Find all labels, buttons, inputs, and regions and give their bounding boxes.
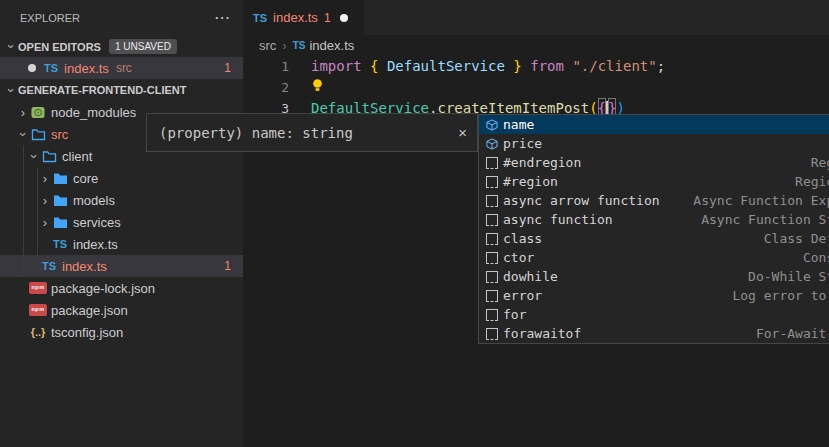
suggest-item-name[interactable]: name: [479, 115, 829, 134]
folder-open-icon: [30, 128, 46, 141]
tab-index-ts[interactable]: TS index.ts 1: [243, 0, 364, 35]
tree-item-label: package.json: [51, 303, 128, 318]
tree-item-label: index.ts: [62, 259, 107, 274]
suggest-item--endregion[interactable]: #endregionRegion End: [479, 153, 829, 172]
suggest-widget: nameprice#endregionRegion End#regionRegi…: [478, 114, 829, 344]
more-actions-icon[interactable]: ⋯: [214, 8, 231, 27]
open-editor-path: src: [116, 61, 132, 75]
snippet-icon: [483, 309, 500, 321]
suggest-label: for: [503, 307, 526, 322]
tree-item-label: src: [51, 127, 68, 142]
vscode-window: EXPLORER ⋯ › OPEN EDITORS 1 UNSAVED TS i…: [0, 0, 829, 447]
typescript-icon: TS: [41, 260, 57, 272]
open-editor-item-index-ts[interactable]: TS index.ts src 1: [0, 57, 243, 79]
hover-tooltip: (property) name: string ×: [146, 113, 478, 152]
tree-item-label: services: [73, 215, 121, 230]
suggest-detail: Async Function Expression: [693, 193, 829, 208]
tree-item-label: package-lock.json: [51, 281, 155, 296]
suggest-label: dowhile: [503, 269, 558, 284]
suggest-label: async arrow function: [503, 193, 660, 208]
snippet-icon: [483, 271, 500, 283]
suggest-item-dowhile[interactable]: dowhileDo-While Statement: [479, 267, 829, 286]
tree-item-index-ts[interactable]: ›TSindex.ts1: [0, 255, 243, 277]
modified-dot-icon[interactable]: [28, 64, 36, 72]
json-braces-icon: {..}: [30, 326, 46, 338]
suggest-item-forawaitof[interactable]: forawaitofFor-Await-Of Loop: [479, 324, 829, 343]
suggest-item--region[interactable]: #regionRegion Start: [479, 172, 829, 191]
sidebar-header: EXPLORER ⋯: [0, 0, 243, 35]
tree-item-label: tsconfig.json: [51, 325, 123, 340]
breadcrumb-file[interactable]: index.ts: [309, 38, 354, 53]
snippet-icon: [483, 214, 500, 226]
chevron-right-icon: ›: [38, 172, 52, 185]
suggest-item-for[interactable]: for: [479, 305, 829, 324]
snippet-icon: [483, 195, 500, 207]
suggest-label: ctor: [503, 250, 534, 265]
lightbulb-icon: [311, 77, 324, 98]
breadcrumb-folder[interactable]: src: [259, 38, 276, 53]
close-icon[interactable]: ×: [458, 124, 467, 141]
suggest-detail: Do-While Statement: [748, 269, 829, 284]
typescript-icon: TS: [253, 12, 267, 24]
open-editors-label: OPEN EDITORS: [18, 41, 101, 53]
snippet-icon: [483, 157, 500, 169]
chevron-down-icon: ›: [28, 149, 41, 163]
folder-icon: [52, 172, 68, 185]
npm-icon: npm: [30, 282, 46, 294]
field-icon: [483, 137, 500, 151]
problems-badge: 1: [224, 259, 231, 273]
snippet-icon: [483, 328, 500, 340]
suggest-label: name: [503, 117, 534, 132]
code-line-2[interactable]: 2: [243, 77, 829, 98]
editor-tab-bar: TS index.ts 1: [243, 0, 829, 35]
suggest-item-class[interactable]: classClass Definition: [479, 229, 829, 248]
chevron-down-icon: ›: [17, 127, 30, 141]
suggest-label: error: [503, 288, 542, 303]
open-editors-section-header[interactable]: › OPEN EDITORS 1 UNSAVED: [0, 36, 243, 57]
unsaved-dot-icon[interactable]: [340, 14, 348, 22]
workspace-section-header[interactable]: › GENERATE-FRONTEND-CLIENT: [0, 79, 243, 101]
tree-item-label: index.ts: [73, 237, 118, 252]
folder-open-icon: [41, 150, 57, 163]
suggest-detail: Region Start: [795, 174, 829, 189]
suggest-detail: Async Function Statement: [701, 212, 829, 227]
folder-icon: [52, 194, 68, 207]
suggest-item-async-arrow-function[interactable]: async arrow functionAsync Function Expre…: [479, 191, 829, 210]
workspace-label: GENERATE-FRONTEND-CLIENT: [18, 84, 186, 96]
folder-icon: [52, 216, 68, 229]
line-number: 1: [243, 56, 289, 77]
suggest-label: price: [503, 136, 542, 151]
code-line-1[interactable]: 1import { DefaultService } from "./clien…: [243, 56, 829, 77]
suggest-item-async-function[interactable]: async functionAsync Function Statement: [479, 210, 829, 229]
breadcrumb-separator-icon: ›: [282, 38, 286, 53]
suggest-label: #endregion: [503, 155, 581, 170]
suggest-item-ctor[interactable]: ctorConstructor: [479, 248, 829, 267]
suggest-item-error[interactable]: errorLog error to console: [479, 286, 829, 305]
tree-item-label: client: [62, 149, 92, 164]
snippet-icon: [483, 233, 500, 245]
tree-item-package-json[interactable]: ›npmpackage.json: [0, 299, 243, 321]
suggest-detail: Log error to console: [732, 288, 829, 303]
chevron-right-icon: ›: [38, 216, 52, 229]
tree-item-label: models: [73, 193, 115, 208]
snippet-icon: [483, 252, 500, 264]
tree-item-package-lock-json[interactable]: ›npmpackage-lock.json: [0, 277, 243, 299]
chevron-down-icon: ›: [5, 83, 18, 97]
tab-problems-badge: 1: [324, 11, 331, 25]
suggest-item-price[interactable]: price: [479, 134, 829, 153]
tree-item-tsconfig-json[interactable]: ›{..}tsconfig.json: [0, 321, 243, 343]
snippet-icon: [483, 176, 500, 188]
typescript-icon: TS: [52, 238, 68, 250]
line-number: 2: [243, 77, 289, 98]
tab-title: index.ts: [273, 10, 318, 25]
suggest-label: #region: [503, 174, 558, 189]
suggest-detail: Constructor: [803, 250, 829, 265]
field-icon: [483, 118, 500, 132]
breadcrumb: src › TS index.ts: [243, 35, 829, 56]
snippet-icon: [483, 290, 500, 302]
suggest-label: forawaitof: [503, 326, 581, 341]
suggest-label: class: [503, 231, 542, 246]
unsaved-badge: 1 UNSAVED: [109, 39, 177, 54]
chevron-right-icon: ›: [16, 106, 30, 119]
code-editor[interactable]: 1import { DefaultService } from "./clien…: [243, 56, 829, 119]
